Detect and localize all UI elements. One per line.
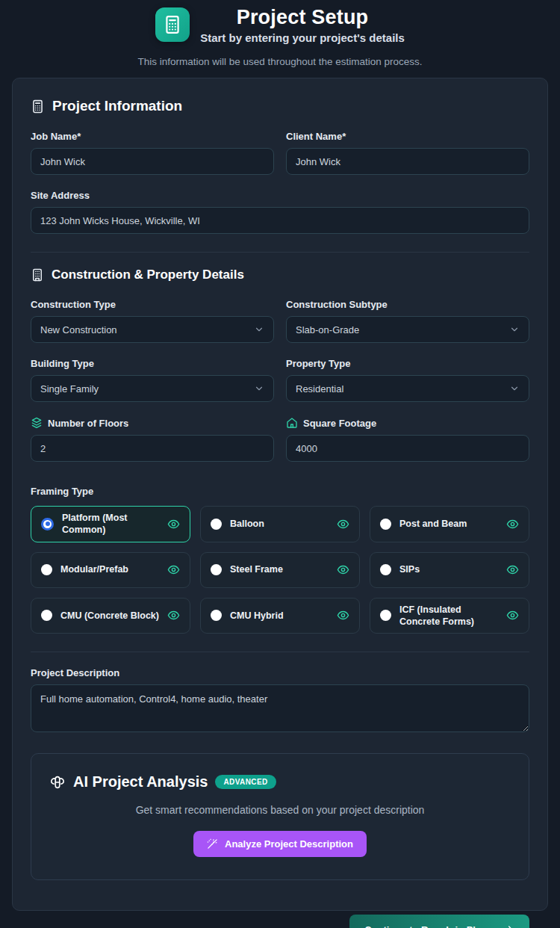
building-icon (31, 268, 44, 282)
square-footage-label: Square Footage (286, 417, 529, 429)
eye-icon[interactable] (337, 609, 349, 622)
framing-option-post-and-beam[interactable]: Post and Beam (370, 506, 529, 542)
framing-option-cmu-hybrid[interactable]: CMU Hybrid (200, 598, 360, 634)
construction-subtype-select[interactable]: Slab-on-Grade (286, 316, 529, 343)
square-footage-input[interactable] (286, 435, 529, 462)
property-type-select[interactable]: Residential (286, 375, 529, 402)
ai-analysis-panel: AI Project Analysis ADVANCED Get smart r… (31, 753, 529, 880)
eye-icon[interactable] (167, 518, 180, 530)
radio-button[interactable] (211, 610, 222, 621)
eye-icon[interactable] (337, 563, 349, 576)
framing-option-label: Post and Beam (399, 518, 498, 530)
framing-option-steel-frame[interactable]: Steel Frame (200, 552, 360, 588)
project-description-label: Project Description (31, 667, 529, 678)
section-divider (31, 652, 529, 652)
eye-icon[interactable] (167, 563, 180, 576)
eye-icon[interactable] (167, 609, 180, 622)
radio-button[interactable] (41, 564, 52, 575)
ai-subtitle: Get smart recommendations based on your … (49, 804, 511, 816)
property-type-label: Property Type (286, 358, 529, 369)
framing-option-label: Steel Frame (230, 563, 329, 575)
job-name-label: Job Name* (31, 131, 274, 142)
construction-heading-label: Construction & Property Details (52, 267, 244, 282)
framing-option-label: Platform (Most Common) (62, 512, 159, 536)
page-title: Project Setup (200, 6, 405, 29)
floors-input[interactable] (31, 435, 274, 462)
site-address-label: Site Address (31, 190, 529, 201)
floors-label-text: Number of Floors (48, 418, 128, 429)
radio-button[interactable] (380, 519, 391, 530)
calculator-icon (31, 99, 45, 114)
project-info-heading-label: Project Information (52, 98, 182, 114)
framing-option-label: Balloon (230, 518, 329, 530)
project-description-textarea[interactable]: Full home automation, Control4, home aud… (31, 684, 529, 732)
arrow-right-icon (503, 924, 514, 928)
square-footage-label-text: Square Footage (303, 418, 376, 429)
construction-type-label: Construction Type (31, 299, 274, 310)
radio-button[interactable] (211, 564, 222, 575)
page-subtitle: Start by entering your project's details (200, 31, 405, 44)
radio-button[interactable] (380, 610, 391, 621)
continue-button-label: Continue to Rough-in Phase (364, 924, 495, 928)
framing-option-sips[interactable]: SIPs (370, 552, 529, 588)
framing-option-label: Modular/Prefab (60, 563, 159, 575)
radio-button[interactable] (380, 564, 391, 575)
building-type-label: Building Type (31, 358, 274, 369)
framing-option-label: ICF (Insulated Concrete Forms) (399, 604, 498, 628)
floors-label: Number of Floors (31, 417, 274, 429)
eye-icon[interactable] (506, 609, 519, 622)
analyze-button-label: Analyze Project Description (225, 838, 353, 850)
chevron-down-icon (254, 324, 264, 335)
construction-subtype-label: Construction Subtype (286, 299, 529, 310)
framing-option-label: SIPs (399, 563, 498, 575)
client-name-input[interactable] (286, 148, 529, 175)
framing-option-label: CMU (Concrete Block) (60, 610, 159, 622)
analyze-description-button[interactable]: Analyze Project Description (193, 831, 367, 857)
chevron-down-icon (254, 383, 264, 394)
framing-option-modular-prefab[interactable]: Modular/Prefab (31, 552, 190, 588)
eye-icon[interactable] (337, 518, 349, 530)
page-note: This information will be used throughout… (0, 56, 560, 67)
radio-button[interactable] (41, 518, 54, 530)
calculator-app-icon (155, 7, 190, 42)
home-icon (286, 417, 298, 429)
magic-wand-icon (207, 838, 218, 850)
construction-type-select[interactable]: New Construction (31, 316, 274, 343)
job-name-input[interactable] (31, 148, 274, 175)
section-divider (31, 252, 529, 253)
framing-option-icf[interactable]: ICF (Insulated Concrete Forms) (370, 598, 529, 634)
continue-button[interactable]: Continue to Rough-in Phase (349, 915, 529, 928)
page-header: Project Setup Start by entering your pro… (0, 0, 560, 44)
chevron-down-icon (509, 383, 520, 394)
radio-button[interactable] (41, 610, 52, 621)
client-name-label: Client Name* (286, 131, 529, 142)
site-address-input[interactable] (31, 207, 529, 234)
framing-option-platform[interactable]: Platform (Most Common) (31, 506, 190, 542)
radio-button[interactable] (211, 519, 222, 530)
project-info-heading: Project Information (31, 98, 529, 114)
eye-icon[interactable] (506, 563, 519, 576)
framing-type-label: Framing Type (31, 486, 529, 497)
framing-option-cmu-concrete-block[interactable]: CMU (Concrete Block) (31, 598, 190, 634)
property-type-value: Residential (296, 383, 343, 395)
construction-subtype-value: Slab-on-Grade (296, 324, 359, 335)
brain-icon (49, 774, 66, 791)
ai-title: AI Project Analysis (73, 773, 208, 791)
layers-icon (31, 417, 43, 429)
construction-heading: Construction & Property Details (31, 267, 529, 282)
building-type-value: Single Family (40, 383, 99, 395)
chevron-down-icon (509, 324, 520, 335)
building-type-select[interactable]: Single Family (31, 375, 274, 402)
eye-icon[interactable] (506, 518, 519, 530)
framing-option-balloon[interactable]: Balloon (200, 506, 360, 542)
calculator-icon (163, 15, 182, 34)
advanced-badge: ADVANCED (215, 775, 276, 789)
construction-type-value: New Construction (40, 324, 117, 335)
framing-option-label: CMU Hybrid (230, 610, 329, 622)
project-setup-card: Project Information Job Name* Client Nam… (12, 78, 548, 911)
framing-options-grid: Platform (Most Common) Balloon Post and … (31, 506, 529, 634)
